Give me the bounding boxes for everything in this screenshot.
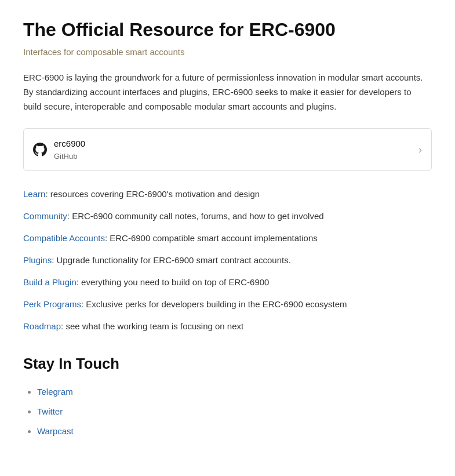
touch-link[interactable]: Twitter xyxy=(37,406,63,416)
nav-link[interactable]: Community xyxy=(23,211,67,221)
nav-link[interactable]: Learn xyxy=(23,189,45,199)
touch-list-item: Telegram xyxy=(37,385,432,399)
repo-source: GitHub xyxy=(54,151,85,163)
nav-link[interactable]: Roadmap xyxy=(23,321,61,331)
page-subtitle: Interfaces for composable smart accounts xyxy=(23,45,432,59)
nav-list-item: Build a Plugin: everything you need to b… xyxy=(23,275,432,289)
nav-list-item: Compatible Accounts: ERC-6900 compatible… xyxy=(23,231,432,245)
nav-link[interactable]: Plugins xyxy=(23,255,52,265)
touch-list: TelegramTwitterWarpcast xyxy=(23,385,432,438)
github-card[interactable]: erc6900 GitHub › xyxy=(23,128,432,172)
touch-list-item: Warpcast xyxy=(37,424,432,438)
github-card-text: erc6900 GitHub xyxy=(54,137,85,163)
github-card-left: erc6900 GitHub xyxy=(33,137,85,163)
nav-list-item: Roadmap: see what the working team is fo… xyxy=(23,319,432,333)
nav-list-item: Community: ERC-6900 community call notes… xyxy=(23,209,432,223)
nav-list-item: Learn: resources covering ERC-6900's mot… xyxy=(23,187,432,201)
page-title: The Official Resource for ERC-6900 xyxy=(23,19,432,41)
touch-list-item: Twitter xyxy=(37,405,432,419)
nav-list: Learn: resources covering ERC-6900's mot… xyxy=(23,187,432,333)
nav-list-item: Plugins: Upgrade functionality for ERC-6… xyxy=(23,253,432,267)
touch-link[interactable]: Telegram xyxy=(37,387,73,397)
repo-name: erc6900 xyxy=(54,137,85,151)
nav-link[interactable]: Compatible Accounts xyxy=(23,233,105,243)
github-icon xyxy=(33,143,47,157)
touch-link[interactable]: Warpcast xyxy=(37,426,74,436)
nav-list-item: Perk Programs: Exclusive perks for devel… xyxy=(23,297,432,311)
stay-in-touch-heading: Stay In Touch xyxy=(23,352,432,376)
nav-link[interactable]: Build a Plugin xyxy=(23,277,77,287)
chevron-right-icon: › xyxy=(418,141,422,158)
nav-link[interactable]: Perk Programs xyxy=(23,299,81,309)
page-description: ERC-6900 is laying the groundwork for a … xyxy=(23,71,432,114)
